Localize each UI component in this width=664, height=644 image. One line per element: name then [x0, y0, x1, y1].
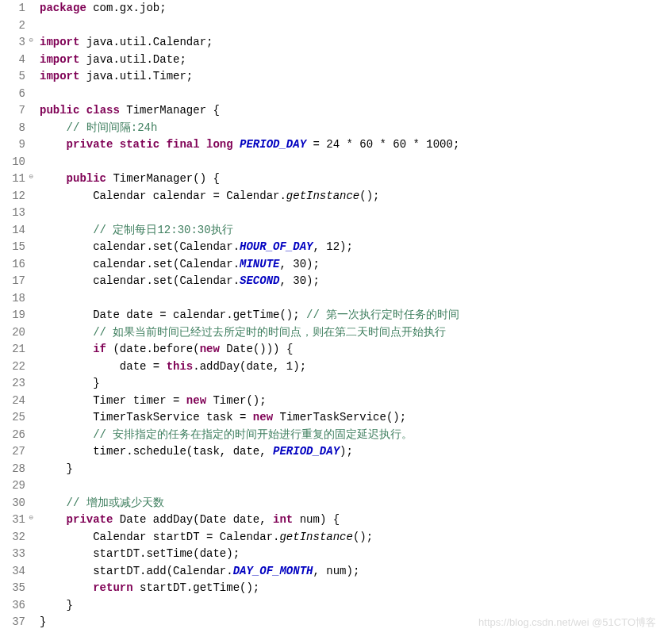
code-line: date = this.addDay(date, 1); — [40, 358, 664, 376]
line-number: 13 — [0, 205, 25, 222]
code-line: import java.util.Calendar; — [40, 34, 664, 52]
fold-icon[interactable]: ⊖ — [26, 174, 33, 181]
line-number: 27 — [0, 443, 25, 461]
line-number: 4 — [0, 52, 25, 69]
line-number: 31⊖ — [0, 512, 25, 529]
code-line: public TimerManager() { — [40, 171, 664, 188]
code-line: Calendar calendar = Calendar.getInstance… — [40, 188, 664, 205]
fold-icon[interactable]: ⊖ — [26, 37, 33, 44]
code-line: timer.schedule(task, date, PERIOD_DAY); — [40, 443, 664, 461]
line-number: 3⊖ — [0, 34, 25, 52]
line-number: 23 — [0, 375, 25, 393]
line-number: 26 — [0, 427, 25, 444]
code-line: Timer timer = new Timer(); — [40, 393, 664, 410]
line-number-gutter: 1 2 3⊖ 4 5 6 7 8 9 10 11⊖ 12 13 14 15 16… — [0, 0, 29, 631]
line-number: 14 — [0, 222, 25, 240]
code-line: private Date addDay(Date date, int num) … — [40, 512, 664, 529]
line-number: 5 — [0, 68, 25, 86]
line-number: 18 — [0, 290, 25, 308]
line-number: 20 — [0, 324, 25, 342]
code-line: startDT.setTime(date); — [40, 546, 664, 563]
line-number: 21 — [0, 341, 25, 358]
line-number: 22 — [0, 358, 25, 376]
code-line: import java.util.Date; — [40, 52, 664, 69]
code-line — [40, 290, 664, 308]
line-number: 29 — [0, 477, 25, 495]
line-number: 17 — [0, 273, 25, 290]
code-line: calendar.set(Calendar.HOUR_OF_DAY, 12); — [40, 239, 664, 256]
code-line: } — [40, 614, 664, 631]
code-line — [40, 205, 664, 222]
code-content[interactable]: package com.gx.job; import java.util.Cal… — [29, 0, 664, 631]
line-number: 11⊖ — [0, 171, 25, 188]
code-line: // 定制每日12:30:30执行 — [40, 222, 664, 240]
line-number: 35 — [0, 580, 25, 597]
line-number: 2 — [0, 17, 25, 35]
line-number: 28 — [0, 461, 25, 478]
code-line — [40, 154, 664, 171]
line-number: 15 — [0, 239, 25, 256]
code-line — [40, 477, 664, 495]
line-number: 32 — [0, 529, 25, 546]
code-line — [40, 86, 664, 103]
line-number: 36 — [0, 597, 25, 615]
code-line: Date date = calendar.getTime(); // 第一次执行… — [40, 307, 664, 324]
code-line: return startDT.getTime(); — [40, 580, 664, 597]
line-number: 1 — [0, 0, 25, 17]
line-number: 37 — [0, 614, 25, 631]
line-number: 33 — [0, 546, 25, 563]
code-line: // 如果当前时间已经过去所定时的时间点，则在第二天时间点开始执行 — [40, 324, 664, 342]
code-line: public class TimerManager { — [40, 102, 664, 120]
code-line: private static final long PERIOD_DAY = 2… — [40, 136, 664, 154]
fold-icon[interactable]: ⊖ — [26, 515, 33, 522]
code-line: if (date.before(new Date())) { — [40, 341, 664, 358]
line-number: 25 — [0, 409, 25, 427]
line-number: 12 — [0, 188, 25, 205]
code-line: // 安排指定的任务在指定的时间开始进行重复的固定延迟执行。 — [40, 427, 664, 444]
code-line: import java.util.Timer; — [40, 68, 664, 86]
code-line: startDT.add(Calendar.DAY_OF_MONTH, num); — [40, 563, 664, 581]
line-number: 19 — [0, 307, 25, 324]
code-line: // 增加或减少天数 — [40, 495, 664, 512]
line-number: 10 — [0, 154, 25, 171]
code-line: // 时间间隔:24h — [40, 120, 664, 137]
line-number: 30 — [0, 495, 25, 512]
line-number: 34 — [0, 563, 25, 581]
code-line: package com.gx.job; — [40, 0, 664, 17]
line-number: 8 — [0, 120, 25, 137]
code-line: } — [40, 597, 664, 615]
line-number: 9 — [0, 136, 25, 154]
line-number: 7 — [0, 102, 25, 120]
code-line: calendar.set(Calendar.MINUTE, 30); — [40, 256, 664, 274]
line-number: 6 — [0, 86, 25, 103]
line-number: 24 — [0, 393, 25, 410]
code-line: } — [40, 461, 664, 478]
code-line: calendar.set(Calendar.SECOND, 30); — [40, 273, 664, 290]
code-line: Calendar startDT = Calendar.getInstance(… — [40, 529, 664, 546]
code-line — [40, 17, 664, 35]
code-line: } — [40, 375, 664, 393]
code-editor: 1 2 3⊖ 4 5 6 7 8 9 10 11⊖ 12 13 14 15 16… — [0, 0, 664, 631]
line-number: 16 — [0, 256, 25, 274]
code-line: TimerTaskService task = new TimerTaskSer… — [40, 409, 664, 427]
